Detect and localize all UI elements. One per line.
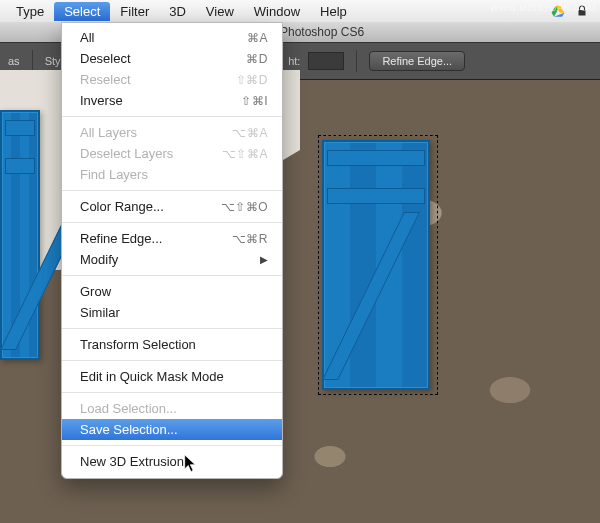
submenu-arrow-icon: ▶ — [260, 254, 268, 265]
select-menu-dropdown: All⌘ADeselect⌘DReselect⇧⌘DInverse⇧⌘IAll … — [61, 22, 283, 479]
shutter-left — [0, 110, 40, 360]
menu-item-label: Similar — [80, 305, 268, 320]
menu-help[interactable]: Help — [310, 2, 357, 21]
menu-item-label: Refine Edge... — [80, 231, 232, 246]
menu-item-label: Grow — [80, 284, 268, 299]
menu-item-label: Modify — [80, 252, 254, 267]
menu-item-label: Load Selection... — [80, 401, 268, 416]
menu-item-shortcut: ⌘A — [247, 31, 268, 45]
menu-item-label: Reselect — [80, 72, 236, 87]
menu-item-grow[interactable]: Grow — [62, 281, 282, 302]
menu-item-inverse[interactable]: Inverse⇧⌘I — [62, 90, 282, 111]
menu-item-modify[interactable]: Modify▶ — [62, 249, 282, 270]
menu-select[interactable]: Select — [54, 2, 110, 21]
menu-item-label: Inverse — [80, 93, 241, 108]
menu-item-label: Deselect — [80, 51, 246, 66]
menu-item-label: All Layers — [80, 125, 232, 140]
refine-edge-button[interactable]: Refine Edge... — [369, 51, 465, 71]
menu-item-shortcut: ⌥⇧⌘O — [221, 200, 268, 214]
menu-item-label: Save Selection... — [80, 422, 268, 437]
menu-item-label: All — [80, 30, 247, 45]
menu-item-similar[interactable]: Similar — [62, 302, 282, 323]
height-label: ht: — [288, 55, 300, 67]
menu-item-shortcut: ⌘D — [246, 52, 268, 66]
menu-item-save-selection[interactable]: Save Selection... — [62, 419, 282, 440]
menu-item-all[interactable]: All⌘A — [62, 27, 282, 48]
menu-3d[interactable]: 3D — [159, 2, 196, 21]
menu-type[interactable]: Type — [6, 2, 54, 21]
menu-item-edit-in-quick-mask-mode[interactable]: Edit in Quick Mask Mode — [62, 366, 282, 387]
menu-view[interactable]: View — [196, 2, 244, 21]
menu-item-label: Deselect Layers — [80, 146, 222, 161]
menu-item-label: Transform Selection — [80, 337, 268, 352]
menu-item-shortcut: ⇧⌘D — [236, 73, 268, 87]
menu-item-label: New 3D Extrusion — [80, 454, 268, 469]
menu-item-shortcut: ⌥⌘A — [232, 126, 268, 140]
menu-item-new-3d-extrusion[interactable]: New 3D Extrusion — [62, 451, 282, 472]
menu-item-all-layers: All Layers⌥⌘A — [62, 122, 282, 143]
menu-item-shortcut: ⇧⌘I — [241, 94, 268, 108]
menu-item-shortcut: ⌥⌘R — [232, 232, 268, 246]
watermark-text: WWW.MISSYUAN.COM — [490, 3, 596, 13]
menu-filter[interactable]: Filter — [110, 2, 159, 21]
menu-item-find-layers: Find Layers — [62, 164, 282, 185]
menu-item-load-selection: Load Selection... — [62, 398, 282, 419]
window-title-text: Photoshop CS6 — [280, 25, 364, 39]
marquee-selection[interactable] — [318, 135, 438, 395]
menu-item-refine-edge[interactable]: Refine Edge...⌥⌘R — [62, 228, 282, 249]
menu-item-label: Color Range... — [80, 199, 221, 214]
menu-item-label: Find Layers — [80, 167, 268, 182]
menu-item-deselect-layers: Deselect Layers⌥⇧⌘A — [62, 143, 282, 164]
options-side-label: as — [8, 55, 20, 67]
menu-item-label: Edit in Quick Mask Mode — [80, 369, 268, 384]
menu-window[interactable]: Window — [244, 2, 310, 21]
menu-item-transform-selection[interactable]: Transform Selection — [62, 334, 282, 355]
menu-item-deselect[interactable]: Deselect⌘D — [62, 48, 282, 69]
menu-item-shortcut: ⌥⇧⌘A — [222, 147, 268, 161]
menu-item-color-range[interactable]: Color Range...⌥⇧⌘O — [62, 196, 282, 217]
menu-item-reselect: Reselect⇧⌘D — [62, 69, 282, 90]
height-field[interactable] — [308, 52, 344, 70]
